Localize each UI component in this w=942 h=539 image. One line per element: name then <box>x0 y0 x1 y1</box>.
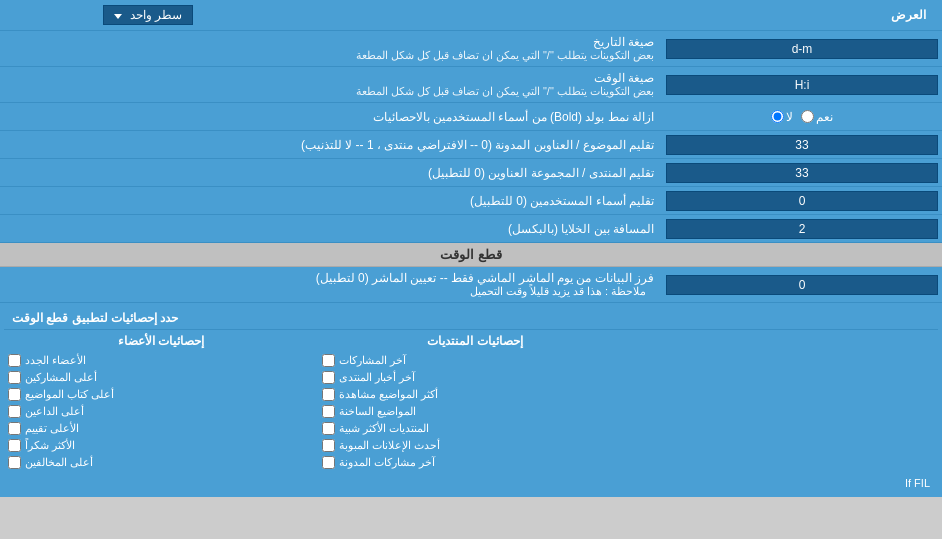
time-cut-label-line1: فرز البيانات من يوم الماشر الماشي فقط --… <box>8 271 654 285</box>
dropdown-arrow-icon <box>114 8 126 22</box>
bold-remove-label: ازالة نمط بولد (Bold) من أسماء المستخدمي… <box>0 106 662 128</box>
col1-checkbox-4[interactable] <box>8 422 21 435</box>
col2-item-6: آخر مشاركات المدونة <box>322 454 628 471</box>
col1-item-5: الأكثر شكراً <box>8 437 314 454</box>
col2-container: إحصائيات المنتديات آخر المشاركات آخر أخب… <box>318 330 632 473</box>
bold-remove-label-line1: ازالة نمط بولد (Bold) من أسماء المستخدمي… <box>8 110 654 124</box>
col2-item-3: المواضيع الساخنة <box>322 403 628 420</box>
time-cut-row: فرز البيانات من يوم الماشر الماشي فقط --… <box>0 267 942 303</box>
col2-checkbox-3[interactable] <box>322 405 335 418</box>
col2-checkbox-4[interactable] <box>322 422 335 435</box>
date-format-input-container <box>662 37 942 61</box>
col2-checkbox-2[interactable] <box>322 388 335 401</box>
bottom-note: If FIL <box>4 473 938 493</box>
col1-item-6: أعلى المخالفين <box>8 454 314 471</box>
date-format-label-line1: صيغة التاريخ <box>8 35 654 49</box>
col1-header: إحصائيات الأعضاء <box>8 332 314 350</box>
cell-spacing-input-container <box>662 217 942 241</box>
time-format-label-line1: صيغة الوقت <box>8 71 654 85</box>
subject-titles-label: تقليم الموضوع / العناوين المدونة (0 -- ا… <box>0 134 662 156</box>
col1-label-3: أعلى الداعين <box>25 405 84 418</box>
col2-header: إحصائيات المنتديات <box>322 332 628 350</box>
checkboxes-grid: إحصائيات المنتديات آخر المشاركات آخر أخب… <box>4 330 938 473</box>
col1-item-3: أعلى الداعين <box>8 403 314 420</box>
col2-label-5: أحدث الإعلانات المبوبة <box>339 439 440 452</box>
subject-titles-label-line1: تقليم الموضوع / العناوين المدونة (0 -- ا… <box>8 138 654 152</box>
bold-yes-label: نعم <box>816 110 833 124</box>
view-dropdown[interactable]: سطر واحد <box>103 5 193 25</box>
checkboxes-header-row: حدد إحصائيات لتطبيق قطع الوقت <box>4 307 938 330</box>
col1-label-2: أعلى كتاب المواضيع <box>25 388 114 401</box>
user-names-input[interactable] <box>666 191 938 211</box>
user-names-row: تقليم أسماء المستخدمين (0 للتطبيل) <box>0 187 942 215</box>
date-format-input[interactable] <box>666 39 938 59</box>
col1-checkbox-6[interactable] <box>8 456 21 469</box>
time-format-label-line2: بعض التكوينات يتطلب "/" التي يمكن ان تضا… <box>8 85 654 98</box>
time-format-input[interactable] <box>666 75 938 95</box>
forum-titles-label-line1: تقليم المنتدى / المجموعة العناوين (0 للت… <box>8 166 654 180</box>
col2-checkbox-1[interactable] <box>322 371 335 384</box>
col1-label-0: الأعضاء الجدد <box>25 354 86 367</box>
page-title: العرض <box>288 6 934 24</box>
col2-item-1: آخر أخبار المنتدى <box>322 369 628 386</box>
subject-titles-row: تقليم الموضوع / العناوين المدونة (0 -- ا… <box>0 131 942 159</box>
date-format-label-line2: بعض التكوينات يتطلب "/" التي يمكن ان تضا… <box>8 49 654 62</box>
col1-label-5: الأكثر شكراً <box>25 439 75 452</box>
bold-radio-container: نعم لا <box>662 108 942 126</box>
dropdown-label: سطر واحد <box>130 8 182 22</box>
col1-checkbox-0[interactable] <box>8 354 21 367</box>
col2-checkbox-6[interactable] <box>322 456 335 469</box>
subject-titles-input-container <box>662 133 942 157</box>
time-cut-input[interactable] <box>666 275 938 295</box>
main-container: العرض سطر واحد صيغة التاريخ بعض التكوينا… <box>0 0 942 497</box>
forum-titles-input[interactable] <box>666 163 938 183</box>
bold-yes-option[interactable]: نعم <box>801 110 833 124</box>
cell-spacing-input[interactable] <box>666 219 938 239</box>
time-format-row: صيغة الوقت بعض التكوينات يتطلب "/" التي … <box>0 67 942 103</box>
col1-container: إحصائيات الأعضاء الأعضاء الجدد أعلى المش… <box>4 330 318 473</box>
time-cut-note: ملاحظة : هذا قد يزيد قليلاً وقت التحميل <box>8 285 654 298</box>
time-cut-label: فرز البيانات من يوم الماشر الماشي فقط --… <box>0 267 662 302</box>
forum-titles-input-container <box>662 161 942 185</box>
col2-label-4: المنتديات الأكثر شبية <box>339 422 429 435</box>
col1-item-0: الأعضاء الجدد <box>8 352 314 369</box>
date-format-row: صيغة التاريخ بعض التكوينات يتطلب "/" الت… <box>0 31 942 67</box>
col2-label-1: آخر أخبار المنتدى <box>339 371 415 384</box>
col1-checkbox-2[interactable] <box>8 388 21 401</box>
bottom-text: If FIL <box>905 477 930 489</box>
col1-item-1: أعلى المشاركين <box>8 369 314 386</box>
cell-spacing-label: المسافة بين الخلايا (بالبكسل) <box>0 218 662 240</box>
col1-label-6: أعلى المخالفين <box>25 456 93 469</box>
col1-checkbox-1[interactable] <box>8 371 21 384</box>
user-names-label-line1: تقليم أسماء المستخدمين (0 للتطبيل) <box>8 194 654 208</box>
bold-no-radio[interactable] <box>771 110 784 123</box>
col2-item-4: المنتديات الأكثر شبية <box>322 420 628 437</box>
subject-titles-input[interactable] <box>666 135 938 155</box>
header-row: العرض سطر واحد <box>0 0 942 31</box>
checkboxes-empty-area <box>632 330 938 473</box>
col1-item-2: أعلى كتاب المواضيع <box>8 386 314 403</box>
col1-label-4: الأعلى تقييم <box>25 422 79 435</box>
bold-no-option[interactable]: لا <box>771 110 793 124</box>
col1-checkbox-3[interactable] <box>8 405 21 418</box>
checkboxes-header-text: حدد إحصائيات لتطبيق قطع الوقت <box>12 311 178 325</box>
col2-label-6: آخر مشاركات المدونة <box>339 456 435 469</box>
col1-checkbox-5[interactable] <box>8 439 21 452</box>
time-format-label: صيغة الوقت بعض التكوينات يتطلب "/" التي … <box>0 67 662 102</box>
time-cut-header-text: قطع الوقت <box>440 247 502 262</box>
cell-spacing-row: المسافة بين الخلايا (بالبكسل) <box>0 215 942 243</box>
col2-checkbox-5[interactable] <box>322 439 335 452</box>
dropdown-container: سطر واحد <box>8 3 288 27</box>
checkboxes-section: حدد إحصائيات لتطبيق قطع الوقت إحصائيات ا… <box>0 303 942 497</box>
col2-checkbox-0[interactable] <box>322 354 335 367</box>
col1-label-1: أعلى المشاركين <box>25 371 97 384</box>
time-cut-input-container <box>662 273 942 297</box>
col2-item-0: آخر المشاركات <box>322 352 628 369</box>
bold-yes-radio[interactable] <box>801 110 814 123</box>
bold-remove-row: نعم لا ازالة نمط بولد (Bold) من أسماء ال… <box>0 103 942 131</box>
date-format-label: صيغة التاريخ بعض التكوينات يتطلب "/" الت… <box>0 31 662 66</box>
time-cut-header: قطع الوقت <box>0 243 942 267</box>
cell-spacing-label-line1: المسافة بين الخلايا (بالبكسل) <box>8 222 654 236</box>
col2-label-0: آخر المشاركات <box>339 354 406 367</box>
col1-item-4: الأعلى تقييم <box>8 420 314 437</box>
